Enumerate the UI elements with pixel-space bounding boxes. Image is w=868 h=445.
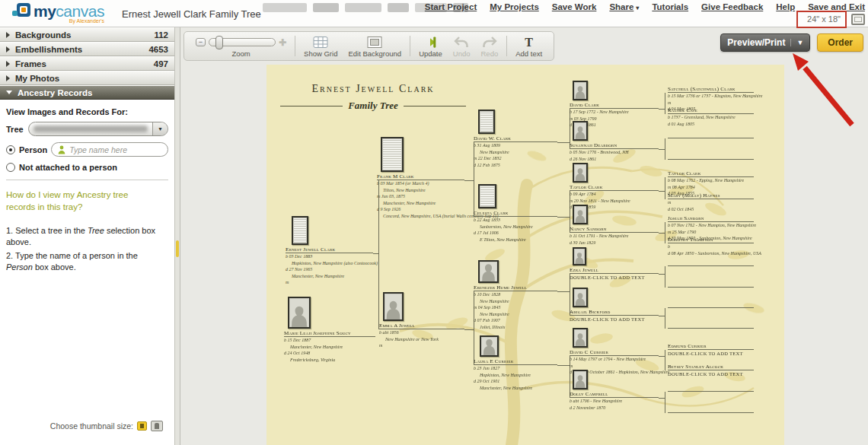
zoom-out-button[interactable]: − <box>196 38 206 46</box>
tree-node-celesta-clark[interactable]: Celesta Clarkb 22 Aug 1833Sanbornton, Ne… <box>474 184 557 243</box>
undo-button[interactable]: Undo <box>448 33 476 59</box>
person-detail-line: d 27 Nov 1965 <box>286 267 373 273</box>
zoom-in-button[interactable]: ✚ <box>279 37 286 48</box>
tree-node-dorothy-thompson[interactable]: Dorothy Thompsonbd 08 Apr 1850 - Sanborn… <box>668 237 754 256</box>
portrait-document-image[interactable] <box>381 137 404 172</box>
toolbar-separator <box>506 36 507 56</box>
portrait-document-image[interactable] <box>292 216 308 245</box>
tree-node-ezra-jewell[interactable]: Ezra JewellDOUBLE-CLICK TO ADD TEXT <box>570 247 659 281</box>
person-detail-line: d 2 November 1870 <box>570 405 659 412</box>
menu-give-feedback[interactable]: Give Feedback <box>701 2 763 11</box>
tree-node-empty[interactable] <box>668 322 754 329</box>
portrait-silhouette-image[interactable] <box>383 292 404 321</box>
order-button[interactable]: Order <box>817 33 863 52</box>
tree-node-marie-leah-josephine-soucy[interactable]: Marie Leah Josephine Soucyb 15 Dec 1887M… <box>284 297 375 363</box>
sidebar-section-embellishments[interactable]: Embellishments4653 <box>0 42 174 56</box>
person-radio-label: Person <box>19 145 47 154</box>
add-text-placeholder[interactable]: DOUBLE-CLICK TO ADD TEXT <box>570 316 659 323</box>
help-link[interactable]: How do I view my Ancestry tree records i… <box>6 189 151 213</box>
tree-connector <box>464 180 474 181</box>
tree-node-emma-a-jewell[interactable]: Emma A Jewellb abt 1856New Hampshire or … <box>379 292 464 349</box>
menu-help[interactable]: Help <box>776 2 795 11</box>
redo-button[interactable]: Redo <box>476 33 504 59</box>
splitter-grip[interactable] <box>176 240 179 257</box>
canvas-subtitle-row: Family Tree <box>280 100 466 112</box>
zoom-slider[interactable] <box>209 38 276 46</box>
person-detail-line: d 29 Oct 1901 <box>474 379 557 385</box>
tree-node-empty[interactable] <box>668 281 754 288</box>
portrait-silhouette-image[interactable] <box>478 260 499 283</box>
menu-save-work[interactable]: Save Work <box>552 2 597 11</box>
portrait-document-image[interactable] <box>478 110 495 134</box>
sidebar-section-my-photos[interactable]: My Photos <box>0 71 174 85</box>
update-button[interactable]: Update <box>413 33 448 59</box>
preview-print-button[interactable]: Preview/Print ▼ <box>720 33 810 52</box>
tree-node-david-c-currier[interactable]: David C Currierb 14 May 1797 or 1794 - N… <box>570 328 659 376</box>
person-detail-line: d 08 Apr 1850 - Sanbornton, New Hampshir… <box>668 251 754 257</box>
tree-node-ebenezer-hume-jewell[interactable]: Ebenezer Hume Jewellb 10 Dec 1828New Ham… <box>474 260 557 330</box>
tree-connector <box>373 253 378 254</box>
tree-node-dolly-campbell[interactable]: Dolly Campbellb abt 1796 - New Hampshire… <box>570 370 659 411</box>
add-text-placeholder[interactable]: DOUBLE-CLICK TO ADD TEXT <box>570 275 659 281</box>
portrait-silhouette-image[interactable] <box>288 297 311 329</box>
tree-node-empty[interactable] <box>668 153 754 160</box>
tree-node-taylor-clark[interactable]: Taylor Clarkb 09 Apr 1784m 20 Nov 1811 -… <box>570 163 659 211</box>
tree-connector <box>665 93 665 114</box>
menu-my-projects[interactable]: My Projects <box>490 2 539 11</box>
not-attached-radio[interactable] <box>6 163 15 172</box>
preview-print-caret-icon[interactable]: ▼ <box>790 39 803 46</box>
portrait-silhouette-image[interactable] <box>573 328 588 348</box>
portrait-silhouette-image[interactable] <box>480 335 499 357</box>
tree-node-laura-e-currier[interactable]: Laura E Currierb 23 Jun 1827Hopkinton, N… <box>474 335 557 391</box>
tree-node-empty[interactable] <box>668 406 754 413</box>
menu-share[interactable]: Share▾ <box>609 2 639 11</box>
tree-node-david-w-clark[interactable]: David W. Clarkb 31 Aug 1809New Hampshire… <box>474 110 557 168</box>
tree-node-edmund-currier[interactable]: Edmund CurrierDOUBLE-CLICK TO ADD TEXT <box>668 343 754 357</box>
zoom-slider-handle[interactable] <box>215 36 223 49</box>
tree-node-empty[interactable] <box>668 132 754 138</box>
tree-node-susannah-dearborn[interactable]: Susannah Dearbornb 05 Nov 1776 - Brentwo… <box>570 121 659 162</box>
tree-node-frank-m-clark[interactable]: Frank M Clarkb 03 Mar 1854 (or March 4)T… <box>377 137 464 219</box>
portrait-silhouette-image[interactable] <box>573 121 588 141</box>
portrait-silhouette-image[interactable] <box>573 81 588 100</box>
sidebar-section-frames[interactable]: Frames497 <box>0 56 174 71</box>
add-text-button[interactable]: T Add text <box>510 33 547 59</box>
portrait-silhouette-image[interactable] <box>573 370 588 389</box>
person-name-input[interactable]: Type name here <box>51 142 168 157</box>
tree-node-abigail-bickford[interactable]: Abigail BickfordDOUBLE-CLICK TO ADD TEXT <box>570 288 659 323</box>
sidebar-splitter[interactable] <box>175 27 180 445</box>
large-thumbnail-button[interactable] <box>151 421 163 431</box>
person-radio[interactable] <box>6 145 15 154</box>
menu-start-project[interactable]: Start Project <box>425 2 477 11</box>
canvas-subtitle[interactable]: Family Tree <box>348 100 398 112</box>
portrait-silhouette-image[interactable] <box>573 163 588 183</box>
sidebar-section-backgrounds[interactable]: Backgrounds112 <box>0 27 174 42</box>
person-detail-line: b 11 Oct 1791 - New Hampshire <box>570 234 659 240</box>
tree-node-empty[interactable] <box>668 301 754 308</box>
add-text-placeholder[interactable]: DOUBLE-CLICK TO ADD TEXT <box>668 371 754 377</box>
tree-select[interactable]: ▼ <box>28 122 168 136</box>
tree-node-ernest-jewell-clark[interactable]: Ernest Jewell Clarkb 03 Dec 1883Hopkinto… <box>286 216 373 286</box>
tree-node-rachel-cate[interactable]: Rachel Cateb 1737 - Greenland, New Hamps… <box>668 107 754 127</box>
sidebar-section-ancestry-records[interactable]: Ancestry Records <box>0 85 174 100</box>
tree-node-empty[interactable] <box>668 259 754 266</box>
menu-tutorials[interactable]: Tutorials <box>652 2 688 11</box>
portrait-silhouette-image[interactable] <box>573 205 588 224</box>
tree-select-caret-icon[interactable]: ▼ <box>152 122 168 135</box>
show-grid-button[interactable]: Show Grid <box>298 33 343 59</box>
portrait-document-image[interactable] <box>478 184 496 208</box>
mycanvas-logo[interactable]: mycanvasBy Alexander's <box>12 3 104 20</box>
tree-node-nancy-sanborn[interactable]: Nancy Sanbornb 11 Oct 1791 - New Hampshi… <box>570 205 659 246</box>
portrait-silhouette-image[interactable] <box>573 247 586 265</box>
tree-node-betsey-stanley-alcock[interactable]: Betsey Stanley AlcockDOUBLE-CLICK TO ADD… <box>668 364 754 377</box>
design-canvas[interactable]: Ernest Jewell Clark Family Tree Ernest J… <box>266 65 784 445</box>
tree-select-label: Tree <box>6 125 24 134</box>
tree-node-empty[interactable] <box>668 385 754 392</box>
edit-background-button[interactable]: Edit Background <box>343 33 407 59</box>
fit-to-screen-icon[interactable] <box>851 14 865 25</box>
small-thumbnail-button[interactable] <box>137 421 147 431</box>
canvas-title[interactable]: Ernest Jewell Clark <box>282 83 464 95</box>
portrait-silhouette-image[interactable] <box>573 288 588 307</box>
add-text-placeholder[interactable]: DOUBLE-CLICK TO ADD TEXT <box>668 351 754 357</box>
tree-node-mary-molly-haynes[interactable]: Mary (Molly) Haynesmd 02 Oct 1845 <box>668 192 754 212</box>
